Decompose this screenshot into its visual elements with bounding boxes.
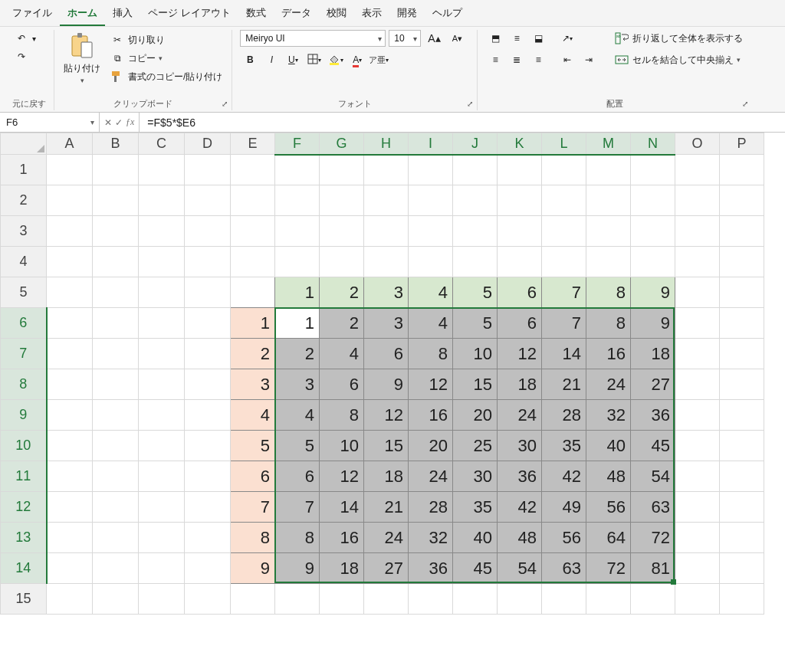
cell[interactable] [47, 369, 93, 400]
cell[interactable]: 12 [320, 461, 364, 492]
cell[interactable] [320, 155, 364, 185]
cell[interactable]: 9 [231, 553, 275, 584]
cell[interactable] [586, 584, 631, 615]
cell[interactable] [231, 185, 275, 216]
cell[interactable] [93, 185, 139, 216]
cell[interactable]: 4 [275, 400, 320, 431]
menu-item-7[interactable]: 表示 [354, 3, 389, 26]
cell[interactable]: 7 [275, 492, 320, 523]
cell[interactable] [542, 247, 586, 277]
menu-item-4[interactable]: 数式 [238, 3, 274, 26]
cell[interactable] [47, 308, 93, 339]
cell[interactable] [93, 155, 139, 185]
cell[interactable]: 4 [409, 308, 453, 339]
cell[interactable]: 35 [542, 431, 586, 461]
name-box[interactable]: F6 [0, 113, 100, 132]
cell[interactable] [675, 277, 720, 308]
cell[interactable] [47, 492, 93, 523]
cell[interactable] [139, 369, 185, 400]
cell[interactable] [409, 247, 453, 277]
italic-button[interactable]: I [261, 51, 281, 68]
cell[interactable] [93, 277, 139, 308]
cell[interactable] [139, 339, 185, 369]
cell[interactable]: 49 [542, 492, 586, 523]
cell[interactable] [453, 185, 498, 216]
cell[interactable] [185, 431, 231, 461]
cell[interactable] [720, 431, 764, 461]
underline-button[interactable]: U▾ [283, 51, 303, 68]
column-header[interactable]: B [93, 133, 139, 155]
column-header[interactable]: A [47, 133, 93, 155]
row-header[interactable]: 4 [1, 247, 47, 277]
cell[interactable] [453, 247, 498, 277]
cell[interactable]: 48 [586, 461, 631, 492]
cell[interactable] [586, 185, 631, 216]
redo-button[interactable]: ↷ [12, 48, 38, 65]
cell[interactable]: 6 [364, 339, 409, 369]
cell[interactable] [139, 553, 185, 584]
cell[interactable]: 9 [275, 553, 320, 584]
cell[interactable] [185, 523, 231, 553]
cell[interactable]: 21 [542, 369, 586, 400]
row-header[interactable]: 6 [1, 308, 47, 339]
cell[interactable]: 36 [498, 461, 542, 492]
cell[interactable]: 24 [586, 369, 631, 400]
cell[interactable]: 1 [275, 277, 320, 308]
indent-increase-button[interactable]: ⇥ [579, 51, 599, 68]
cell[interactable]: 14 [320, 492, 364, 523]
cell[interactable] [675, 431, 720, 461]
cell[interactable]: 5 [275, 431, 320, 461]
cell[interactable]: 63 [631, 492, 675, 523]
cell[interactable]: 6 [320, 369, 364, 400]
cell[interactable] [320, 247, 364, 277]
cell[interactable]: 7 [542, 277, 586, 308]
cell[interactable]: 7 [542, 308, 586, 339]
cell[interactable] [675, 216, 720, 247]
fill-color-button[interactable]: ▾ [326, 51, 346, 68]
cell[interactable] [139, 185, 185, 216]
menu-item-1[interactable]: ホーム [60, 3, 105, 26]
cell[interactable]: 40 [453, 523, 498, 553]
spreadsheet-grid[interactable]: ABCDEFGHIJKLMNOP123451234567896112345678… [0, 133, 785, 615]
cell[interactable]: 6 [231, 461, 275, 492]
row-header[interactable]: 1 [1, 155, 47, 185]
cell[interactable]: 8 [320, 400, 364, 431]
cell[interactable]: 21 [364, 492, 409, 523]
cell[interactable]: 6 [275, 461, 320, 492]
cell[interactable] [720, 553, 764, 584]
cell[interactable] [675, 553, 720, 584]
increase-font-button[interactable]: A▴ [424, 30, 444, 47]
cell[interactable] [139, 523, 185, 553]
cell[interactable] [93, 308, 139, 339]
cell[interactable]: 8 [586, 308, 631, 339]
menu-item-2[interactable]: 挿入 [105, 3, 140, 26]
cell[interactable] [498, 185, 542, 216]
cell[interactable]: 56 [542, 523, 586, 553]
cell[interactable]: 5 [453, 277, 498, 308]
cell[interactable] [93, 369, 139, 400]
cell[interactable] [185, 369, 231, 400]
cell[interactable] [675, 247, 720, 277]
cell[interactable] [139, 308, 185, 339]
cell[interactable]: 40 [586, 431, 631, 461]
cell[interactable]: 35 [453, 492, 498, 523]
menu-item-3[interactable]: ページ レイアウト [140, 3, 238, 26]
align-center-button[interactable]: ≣ [507, 51, 527, 68]
row-header[interactable]: 14 [1, 553, 47, 584]
cell[interactable] [93, 492, 139, 523]
cell[interactable] [47, 523, 93, 553]
cell[interactable]: 36 [409, 553, 453, 584]
cell[interactable] [185, 584, 231, 615]
cell[interactable]: 27 [631, 369, 675, 400]
cell[interactable] [498, 247, 542, 277]
menu-item-9[interactable]: ヘルプ [425, 3, 470, 26]
cell[interactable] [231, 247, 275, 277]
cell[interactable]: 27 [364, 553, 409, 584]
phonetic-button[interactable]: ア亜▾ [369, 51, 389, 68]
cell[interactable] [631, 216, 675, 247]
cell[interactable] [93, 553, 139, 584]
cell[interactable]: 16 [409, 400, 453, 431]
font-launcher-icon[interactable]: ⤢ [465, 98, 475, 109]
cell[interactable] [364, 185, 409, 216]
cell[interactable] [275, 584, 320, 615]
